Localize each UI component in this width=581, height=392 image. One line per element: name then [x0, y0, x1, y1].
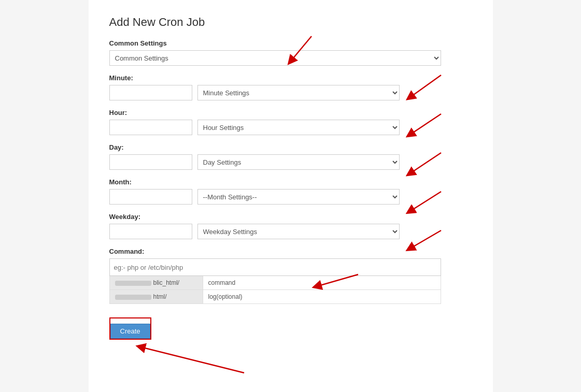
minute-input[interactable] [109, 85, 192, 100]
minute-section: Minute: Minute SettingsEvery Minute (*)E… [109, 74, 472, 100]
weekday-row: Weekday SettingsEvery Weekday (*)Sunday … [109, 224, 472, 239]
table-row: html/ log(optional) [109, 289, 441, 304]
file-path-1: blic_html/ [110, 276, 203, 289]
table-row: blic_html/ command [109, 275, 441, 290]
common-settings-label: Common Settings [109, 39, 472, 47]
day-input[interactable] [109, 154, 192, 170]
command-input[interactable] [109, 258, 441, 276]
minute-row: Minute SettingsEvery Minute (*)Every 5 M… [109, 85, 472, 100]
month-dropdown[interactable]: --Month Settings--Every Month (*)January… [197, 189, 400, 205]
blurred-path-2 [115, 295, 151, 300]
month-row: --Month Settings--Every Month (*)January… [109, 189, 472, 205]
hour-section: Hour: Hour SettingsEvery Hour (*)Every 2… [109, 109, 472, 135]
month-input[interactable] [109, 189, 192, 205]
command-section: Command: blic_html/ command html/ log(op… [109, 248, 472, 304]
create-button[interactable]: Create [110, 324, 150, 339]
hour-row: Hour SettingsEvery Hour (*)Every 2 Hours… [109, 120, 472, 135]
command-label: Command: [109, 248, 472, 255]
weekday-label: Weekday: [109, 213, 472, 221]
hour-dropdown[interactable]: Hour SettingsEvery Hour (*)Every 2 Hours… [197, 120, 400, 135]
file-list: blic_html/ command html/ log(optional) [109, 275, 441, 304]
hour-input[interactable] [109, 120, 192, 135]
create-button-wrapper: Create [109, 317, 151, 340]
weekday-section: Weekday: Weekday SettingsEvery Weekday (… [109, 213, 472, 239]
page-title: Add New Cron Job [109, 16, 472, 29]
common-settings-dropdown[interactable]: Common SettingsOnce Per Minute (* * * * … [109, 50, 441, 66]
file-detail-2: log(optional) [203, 290, 441, 303]
day-dropdown[interactable]: Day SettingsEvery Day (*)Every 2 Days (*… [197, 154, 400, 170]
file-path-2: html/ [110, 290, 203, 303]
blurred-path-1 [115, 281, 151, 286]
minute-dropdown[interactable]: Minute SettingsEvery Minute (*)Every 5 M… [197, 85, 400, 100]
day-row: Day SettingsEvery Day (*)Every 2 Days (*… [109, 154, 472, 170]
day-section: Day: Day SettingsEvery Day (*)Every 2 Da… [109, 143, 472, 170]
weekday-dropdown[interactable]: Weekday SettingsEvery Weekday (*)Sunday … [197, 224, 400, 239]
month-section: Month: --Month Settings--Every Month (*)… [109, 178, 472, 205]
svg-line-8 [140, 347, 244, 373]
month-label: Month: [109, 178, 472, 186]
weekday-input[interactable] [109, 224, 192, 239]
hour-label: Hour: [109, 109, 472, 117]
file-detail-1: command [203, 276, 441, 289]
day-label: Day: [109, 143, 472, 151]
minute-label: Minute: [109, 74, 472, 82]
common-settings-section: Common Settings Common SettingsOnce Per … [109, 39, 472, 66]
